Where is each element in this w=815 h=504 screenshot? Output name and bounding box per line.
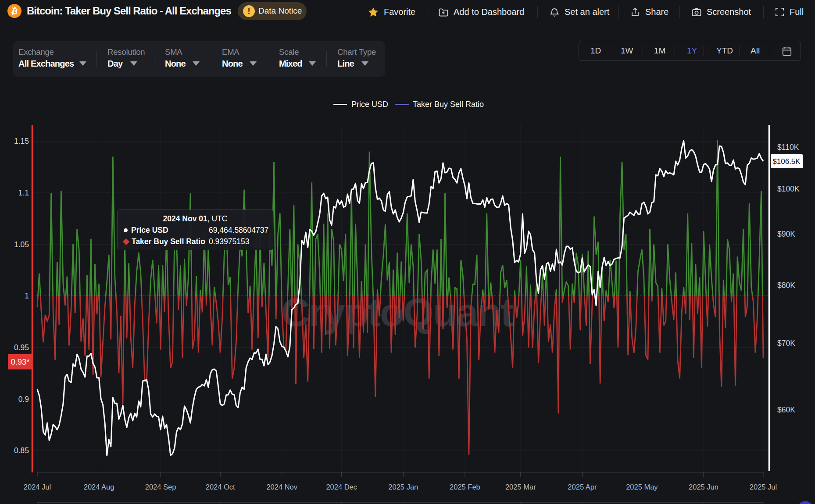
svg-text:$60K: $60K bbox=[777, 405, 795, 414]
svg-text:2025 Mar: 2025 Mar bbox=[505, 483, 536, 491]
svg-text:2025 Jan: 2025 Jan bbox=[388, 483, 418, 491]
svg-text:$70K: $70K bbox=[777, 339, 795, 348]
svg-text:1.15: 1.15 bbox=[14, 137, 29, 146]
svg-text:0.9: 0.9 bbox=[18, 395, 29, 404]
svg-text:2025 Feb: 2025 Feb bbox=[450, 483, 480, 491]
svg-text:$90K: $90K bbox=[777, 230, 795, 238]
svg-text:2024 Nov: 2024 Nov bbox=[266, 483, 297, 491]
svg-text:1.1: 1.1 bbox=[18, 188, 29, 197]
svg-text:2024 Jul: 2024 Jul bbox=[24, 483, 51, 491]
svg-text:1.05: 1.05 bbox=[14, 240, 29, 249]
svg-text:2025 Jun: 2025 Jun bbox=[689, 483, 718, 491]
svg-text:1: 1 bbox=[25, 291, 29, 300]
svg-text:$80K: $80K bbox=[777, 281, 795, 290]
svg-text:2024 Aug: 2024 Aug bbox=[84, 483, 114, 491]
svg-text:0.95: 0.95 bbox=[14, 343, 29, 352]
svg-text:2024 Sep: 2024 Sep bbox=[145, 483, 176, 491]
svg-text:$100K: $100K bbox=[777, 185, 800, 193]
svg-text:$106.5K: $106.5K bbox=[772, 157, 801, 166]
svg-text:0.85: 0.85 bbox=[14, 446, 29, 455]
svg-text:$110K: $110K bbox=[777, 143, 799, 152]
svg-text:2025 Jul: 2025 Jul bbox=[750, 483, 777, 491]
svg-text:2025 May: 2025 May bbox=[626, 483, 658, 491]
svg-text:0.93*: 0.93* bbox=[11, 357, 29, 366]
svg-text:2024 Oct: 2024 Oct bbox=[206, 483, 235, 491]
svg-text:2025 Apr: 2025 Apr bbox=[568, 483, 597, 491]
svg-text:2024 Dec: 2024 Dec bbox=[326, 483, 357, 491]
